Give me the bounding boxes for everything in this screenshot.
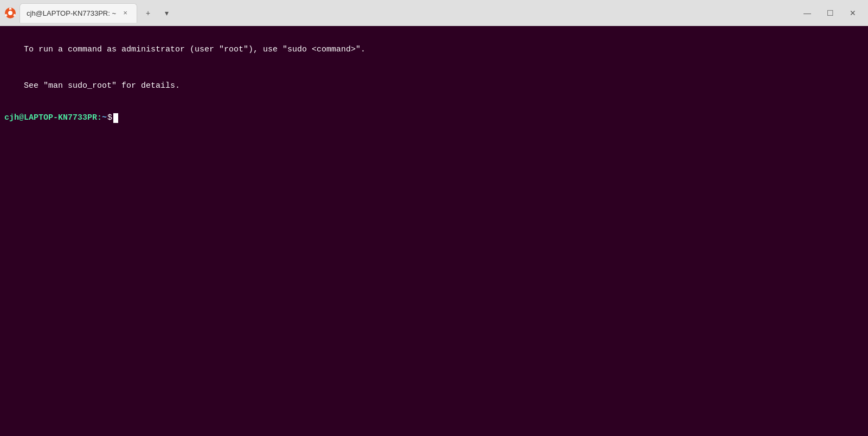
close-window-button[interactable]: ✕	[842, 4, 864, 22]
dropdown-button[interactable]: ▾	[159, 5, 174, 21]
titlebar-left: cjh@LAPTOP-KN7733PR: ~ × + ▾	[4, 3, 174, 23]
terminal-prompt-line: cjh@LAPTOP-KN7733PR : ~ $	[4, 112, 864, 125]
maximize-button[interactable]: ☐	[819, 4, 841, 22]
tab-title: cjh@LAPTOP-KN7733PR: ~	[27, 9, 116, 17]
ubuntu-icon	[4, 7, 16, 19]
prompt-tilde: ~	[102, 112, 107, 125]
terminal-info-text: To run a command as administrator (user …	[4, 31, 864, 105]
prompt-separator: :	[97, 112, 102, 125]
minimize-button[interactable]: —	[796, 4, 818, 22]
svg-point-1	[8, 11, 12, 15]
info-line1: To run a command as administrator (user …	[24, 45, 365, 54]
prompt-dollar: $	[107, 112, 112, 125]
titlebar: cjh@LAPTOP-KN7733PR: ~ × + ▾ — ☐ ✕	[0, 0, 868, 26]
new-tab-button[interactable]: +	[140, 5, 156, 21]
info-line2: See "man sudo_root" for details.	[24, 81, 180, 90]
terminal-cursor	[113, 113, 118, 123]
tab-close-button[interactable]: ×	[120, 9, 130, 18]
terminal-body[interactable]: To run a command as administrator (user …	[0, 26, 868, 436]
window-controls: — ☐ ✕	[796, 4, 864, 22]
active-tab[interactable]: cjh@LAPTOP-KN7733PR: ~ ×	[20, 3, 137, 23]
prompt-user: cjh@LAPTOP-KN7733PR	[4, 112, 97, 125]
